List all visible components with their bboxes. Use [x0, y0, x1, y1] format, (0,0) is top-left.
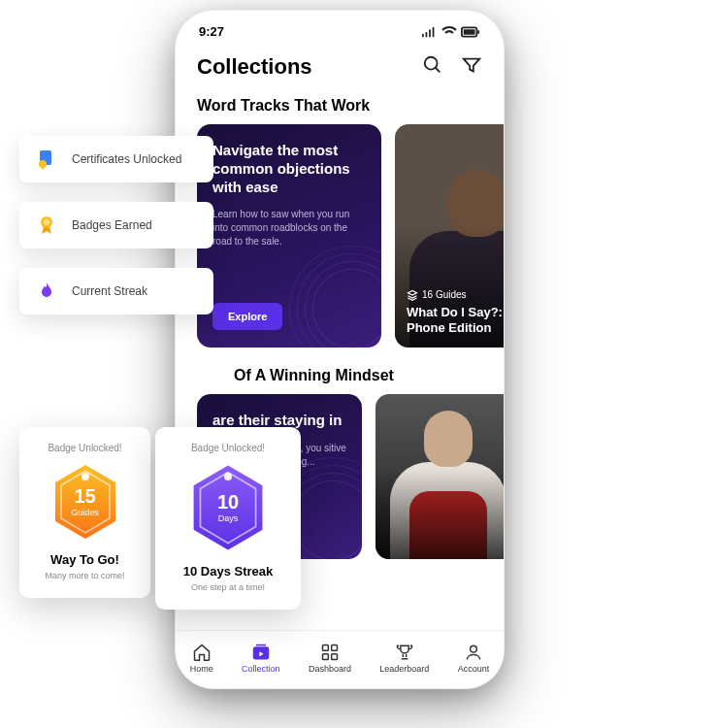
svg-rect-6 — [322, 653, 328, 659]
collection-card[interactable] — [375, 394, 505, 559]
stat-label: Current Streak — [72, 284, 147, 298]
badge-number: 15 — [74, 486, 95, 506]
intro-title: Navigate the most common objections with… — [212, 142, 366, 196]
tab-home[interactable]: Home — [190, 643, 213, 674]
section-1-scroller[interactable]: Navigate the most common objections with… — [176, 124, 504, 357]
badge-header: Badge Unlocked! — [31, 443, 139, 453]
trophy-icon — [395, 643, 414, 662]
decorative-spiral — [284, 241, 381, 347]
status-bar: 9:27 — [176, 11, 504, 45]
page-header: Collections — [176, 45, 504, 87]
home-icon — [192, 643, 212, 662]
badge-header: Badge Unlocked! — [167, 443, 289, 453]
stack-icon — [407, 289, 418, 301]
svg-rect-4 — [322, 645, 328, 650]
filter-button[interactable] — [461, 54, 482, 80]
tab-label: Collection — [242, 664, 280, 674]
signal-icon — [422, 26, 438, 38]
status-icons — [422, 26, 480, 38]
status-time: 9:27 — [199, 24, 224, 39]
wifi-icon — [441, 26, 457, 38]
svg-rect-1 — [464, 29, 475, 34]
svg-point-2 — [425, 57, 438, 70]
tab-leaderboard[interactable]: Leaderboard — [379, 643, 429, 674]
filter-icon — [461, 54, 482, 76]
stat-certificates: Certificates Unlocked — [19, 136, 213, 182]
svg-rect-7 — [332, 653, 338, 659]
badge-card-streak: Badge Unlocked! 10 Days 10 Days Streak O… — [155, 427, 301, 610]
stat-label: Certificates Unlocked — [72, 152, 181, 166]
badge-number: 10 — [217, 492, 239, 512]
tab-label: Dashboard — [309, 664, 351, 674]
card-title: What Do I Say?: The Phone Edition — [407, 305, 505, 337]
search-button[interactable] — [422, 54, 443, 80]
tab-dashboard[interactable]: Dashboard — [309, 643, 351, 674]
tab-label: Account — [458, 664, 490, 674]
intro-card[interactable]: Navigate the most common objections with… — [197, 124, 381, 347]
flame-icon — [33, 278, 60, 305]
badge-subtitle: One step at a time! — [167, 582, 289, 592]
svg-point-12 — [44, 219, 49, 225]
stat-badges: Badges Earned — [19, 202, 213, 248]
guides-meta: 16 Guides — [407, 289, 505, 301]
search-icon — [422, 54, 443, 76]
svg-point-10 — [39, 160, 47, 168]
tab-bar: Home Collection Dashboard Leaderboard Ac… — [176, 630, 504, 688]
badge-unit: Guides — [71, 508, 99, 517]
battery-icon — [461, 26, 480, 38]
page-title: Collections — [197, 54, 312, 80]
tab-label: Leaderboard — [379, 664, 429, 674]
badge-unit: Days — [218, 513, 239, 523]
badge-subtitle: Many more to come! — [31, 571, 139, 580]
badge-name: Way To Go! — [31, 552, 139, 567]
stat-streak: Current Streak — [19, 268, 213, 314]
collection-icon — [251, 643, 271, 662]
collection-card[interactable]: 23 min 16 Guides What Do I Say?: The Pho… — [395, 124, 505, 347]
badge-hexagon: 15 Guides — [51, 463, 119, 541]
badge-hexagon: 10 Days — [189, 463, 267, 552]
section-title-2: Of A Winning Mindset — [176, 357, 504, 394]
tab-collection[interactable]: Collection — [242, 643, 280, 674]
stat-label: Badges Earned — [72, 218, 152, 232]
section-title-1: Word Tracks That Work — [176, 87, 504, 124]
badge-card-guides: Badge Unlocked! 15 Guides Way To Go! Man… — [19, 427, 150, 598]
badge-name: 10 Days Streak — [167, 564, 289, 579]
svg-rect-5 — [332, 645, 338, 650]
tab-account[interactable]: Account — [458, 643, 490, 674]
medal-icon — [33, 212, 60, 239]
dashboard-icon — [320, 643, 340, 662]
account-icon — [464, 643, 483, 662]
tab-label: Home — [190, 664, 213, 674]
svg-point-8 — [471, 645, 477, 652]
certificate-icon — [33, 146, 60, 173]
explore-button[interactable]: Explore — [212, 303, 282, 330]
